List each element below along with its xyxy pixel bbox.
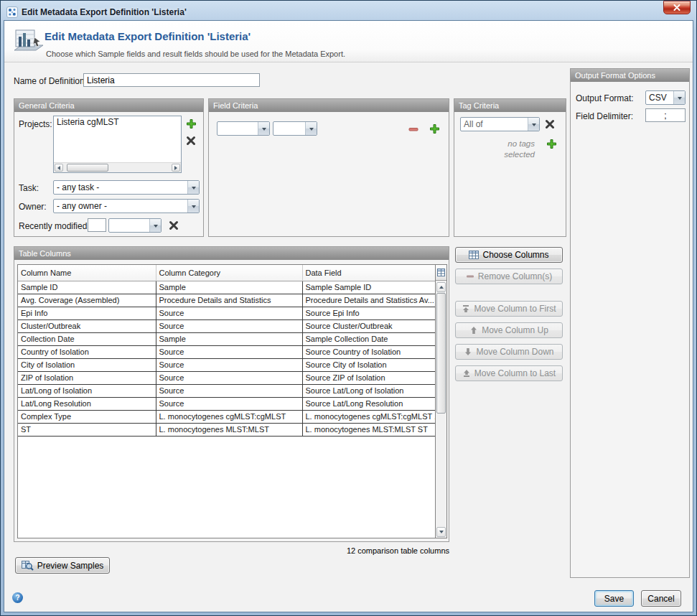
add-tag-button[interactable]	[546, 138, 557, 149]
cell-column-name[interactable]: Cluster/Outbreak	[18, 319, 156, 332]
horizontal-scrollbar[interactable]	[54, 162, 181, 172]
cell-data-field[interactable]: Source Country of Isolation	[302, 345, 435, 358]
cell-data-field[interactable]: Source Epi Info	[302, 307, 435, 319]
cell-column-category[interactable]: Sample	[156, 281, 302, 294]
move-column-up-button[interactable]: Move Column Up	[455, 322, 563, 338]
cell-data-field[interactable]: Sample Collection Date	[302, 332, 435, 345]
up-arrow-icon	[439, 284, 444, 289]
cell-column-name[interactable]: Lat/Long of Isolation	[18, 384, 156, 397]
projects-list[interactable]: Listeria cgMLST	[53, 116, 182, 173]
field-dropdown[interactable]	[217, 121, 270, 136]
header-data-field[interactable]: Data Field	[302, 265, 435, 281]
arrow-up-icon	[469, 326, 478, 335]
table-row[interactable]: Avg. Coverage (Assembled)Procedure Detai…	[18, 294, 435, 307]
save-button[interactable]: Save	[594, 590, 634, 607]
cell-column-name[interactable]: ST	[18, 423, 156, 436]
tag-match-dropdown[interactable]: All of	[460, 117, 540, 131]
cell-column-category[interactable]: Source	[156, 397, 302, 410]
move-column-first-button[interactable]: Move Column to First	[455, 301, 563, 317]
clear-recently-modified-button[interactable]	[168, 220, 179, 231]
cell-column-category[interactable]: Procedure Details and Statistics	[156, 294, 302, 307]
save-label: Save	[604, 594, 624, 604]
recently-modified-input[interactable]	[88, 218, 106, 232]
cell-column-name[interactable]: City of Isolation	[18, 358, 156, 371]
table-row[interactable]: City of IsolationSourceSource City of Is…	[18, 358, 435, 371]
titlebar[interactable]: Edit Metadata Export Definition 'Listeri…	[4, 4, 693, 20]
preview-samples-label: Preview Samples	[37, 561, 104, 571]
cell-column-name[interactable]: Epi Info	[18, 307, 156, 319]
cell-column-name[interactable]: Complex Type	[18, 410, 156, 423]
cell-data-field[interactable]: L. monocytogenes cgMLST:cgMLST ...	[302, 410, 435, 423]
project-item[interactable]: Listeria cgMLST	[54, 116, 181, 128]
choose-columns-button[interactable]: Choose Columns	[455, 247, 563, 263]
scroll-right-button[interactable]	[172, 164, 180, 172]
cell-data-field[interactable]: Source City of Isolation	[302, 358, 435, 371]
task-label: Task:	[19, 183, 39, 193]
cell-column-name[interactable]: Avg. Coverage (Assembled)	[18, 294, 156, 307]
table-settings-button[interactable]	[436, 265, 446, 281]
table-row[interactable]: Sample IDSampleSample Sample ID	[18, 281, 435, 294]
vertical-scrollbar[interactable]	[435, 265, 446, 538]
cancel-button[interactable]: Cancel	[641, 590, 681, 607]
cell-column-name[interactable]: Lat/Long Resolution	[18, 397, 156, 410]
table-row[interactable]: Lat/Long ResolutionSourceSource Lat/Long…	[18, 397, 435, 410]
remove-project-button[interactable]	[184, 134, 197, 147]
table-settings-icon	[437, 269, 445, 276]
cell-column-category[interactable]: Source	[156, 345, 302, 358]
cell-column-name[interactable]: Sample ID	[18, 281, 156, 294]
cell-column-name[interactable]: ZIP of Isolation	[18, 371, 156, 384]
scroll-thumb[interactable]	[436, 293, 446, 414]
preview-samples-button[interactable]: Preview Samples	[15, 557, 110, 574]
table-row[interactable]: Lat/Long of IsolationSourceSource Lat/Lo…	[18, 384, 435, 397]
cell-column-category[interactable]: Source	[156, 371, 302, 384]
cell-column-category[interactable]: Source	[156, 319, 302, 332]
table-row[interactable]: Complex TypeL. monocytogenes cgMLST:cgML…	[18, 410, 435, 423]
operator-dropdown[interactable]	[273, 121, 317, 136]
help-button[interactable]: ?	[12, 592, 23, 603]
header-column-name[interactable]: Column Name	[18, 265, 156, 281]
table-row[interactable]: Country of IsolationSourceSource Country…	[18, 345, 435, 358]
cell-data-field[interactable]: Source Cluster/Outbreak	[302, 319, 435, 332]
cell-column-category[interactable]: Source	[156, 384, 302, 397]
projects-label: Projects:	[19, 119, 52, 129]
clear-tags-button[interactable]	[544, 118, 556, 130]
table-row[interactable]: Epi InfoSourceSource Epi Info	[18, 307, 435, 319]
cell-column-category[interactable]: L. monocytogenes MLST:MLST	[156, 423, 302, 436]
table-row[interactable]: STL. monocytogenes MLST:MLSTL. monocytog…	[18, 423, 435, 436]
scroll-up-button[interactable]	[436, 282, 446, 292]
remove-columns-label: Remove Column(s)	[478, 271, 552, 281]
task-dropdown[interactable]: - any task -	[53, 180, 200, 195]
remove-field-criterion-button[interactable]	[408, 123, 418, 134]
cell-data-field[interactable]: Source ZIP of Isolation	[302, 371, 435, 384]
close-button[interactable]	[663, 1, 691, 14]
owner-dropdown[interactable]: - any owner -	[53, 199, 200, 213]
table-row[interactable]: ZIP of IsolationSourceSource ZIP of Isol…	[18, 371, 435, 384]
scroll-left-button[interactable]	[55, 164, 63, 172]
cell-column-name[interactable]: Country of Isolation	[18, 345, 156, 358]
cell-data-field[interactable]: Source Lat/Long Resolution	[302, 397, 435, 410]
cell-column-category[interactable]: L. monocytogenes cgMLST:cgMLST	[156, 410, 302, 423]
table-row[interactable]: Collection DateSampleSample Collection D…	[18, 332, 435, 345]
add-project-button[interactable]	[184, 117, 197, 130]
cell-column-category[interactable]: Source	[156, 358, 302, 371]
cell-data-field[interactable]: L. monocytogenes MLST:MLST ST	[302, 423, 435, 436]
cell-data-field[interactable]: Procedure Details and Statistics Av...	[302, 294, 435, 307]
chevron-down-icon	[305, 122, 317, 135]
header-column-category[interactable]: Column Category	[156, 265, 302, 281]
definition-name-input[interactable]	[83, 73, 260, 87]
recently-modified-unit-dropdown[interactable]	[108, 218, 162, 233]
output-format-dropdown[interactable]: CSV	[645, 90, 686, 105]
cell-column-name[interactable]: Collection Date	[18, 332, 156, 345]
scroll-down-button[interactable]	[436, 527, 446, 537]
scroll-thumb[interactable]	[67, 164, 108, 172]
cell-data-field[interactable]: Source Lat/Long of Isolation	[302, 384, 435, 397]
remove-columns-button[interactable]: Remove Column(s)	[455, 269, 563, 284]
cell-column-category[interactable]: Source	[156, 307, 302, 319]
cell-column-category[interactable]: Sample	[156, 332, 302, 345]
move-column-down-button[interactable]: Move Column Down	[455, 344, 563, 360]
table-row[interactable]: Cluster/OutbreakSourceSource Cluster/Out…	[18, 319, 435, 332]
add-field-criterion-button[interactable]	[429, 123, 440, 134]
cell-data-field[interactable]: Sample Sample ID	[302, 281, 435, 294]
move-column-last-button[interactable]: Move Column to Last	[455, 365, 563, 381]
field-delimiter-input[interactable]	[645, 108, 686, 122]
